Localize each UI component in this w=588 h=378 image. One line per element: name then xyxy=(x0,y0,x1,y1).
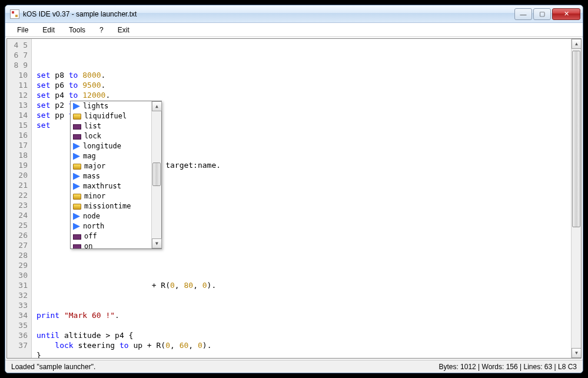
autocomplete-item[interactable]: missiontime xyxy=(71,201,151,211)
folder-icon xyxy=(73,204,81,210)
triangle-icon xyxy=(73,223,80,230)
scroll-down-icon[interactable]: ▼ xyxy=(152,238,162,248)
editor-scroll-thumb[interactable] xyxy=(572,51,580,227)
autocomplete-item[interactable]: off xyxy=(71,231,151,241)
menu-help[interactable]: ? xyxy=(92,24,111,37)
scroll-down-icon[interactable]: ▼ xyxy=(572,348,582,358)
folder-icon xyxy=(73,164,81,170)
block-icon xyxy=(73,124,81,130)
code-line[interactable]: set p6 to 9500. xyxy=(36,80,566,90)
autocomplete-item-label: mass xyxy=(83,171,100,181)
code-line[interactable]: print "Mark 60 !". xyxy=(36,310,566,320)
autocomplete-item[interactable]: node xyxy=(71,211,151,221)
autocomplete-item-label: mag xyxy=(83,151,96,161)
window-title: kOS IDE v0.37 - sample launcher.txt xyxy=(23,10,514,18)
menu-edit[interactable]: Edit xyxy=(35,24,62,37)
autocomplete-item-label: lock xyxy=(84,131,101,141)
block-icon xyxy=(73,134,81,140)
triangle-icon xyxy=(73,173,80,180)
autocomplete-popup: lightsliquidfuellistlocklongitudemagmajo… xyxy=(70,101,162,249)
code-line[interactable]: set p4 to 12000. xyxy=(36,90,566,100)
editor-scrollbar[interactable]: ▲ ▼ xyxy=(571,39,581,358)
autocomplete-scrollbar[interactable]: ▲ ▼ xyxy=(151,101,161,248)
autocomplete-item-label: north xyxy=(83,221,104,231)
autocomplete-item[interactable]: lights xyxy=(71,101,151,111)
scroll-up-icon[interactable]: ▲ xyxy=(152,101,162,111)
autocomplete-item[interactable]: mag xyxy=(71,151,151,161)
autocomplete-item[interactable]: liquidfuel xyxy=(71,111,151,121)
autocomplete-item-label: major xyxy=(84,161,105,171)
folder-icon xyxy=(73,194,81,200)
autocomplete-item[interactable]: north xyxy=(71,221,151,231)
autocomplete-item-label: on xyxy=(84,241,92,248)
statusbar: Loaded "sample launcher". Bytes: 1012 | … xyxy=(5,360,583,373)
autocomplete-item-label: off xyxy=(84,231,97,241)
folder-icon xyxy=(73,114,81,120)
close-button[interactable]: ✕ xyxy=(552,8,580,20)
triangle-icon xyxy=(73,183,80,190)
code-line[interactable] xyxy=(36,260,566,270)
menu-file[interactable]: File xyxy=(10,24,35,37)
minimize-button[interactable]: — xyxy=(514,8,532,20)
block-icon xyxy=(73,244,81,248)
window-controls: — ▢ ✕ xyxy=(514,8,580,20)
menu-tools[interactable]: Tools xyxy=(62,24,92,37)
line-number-gutter: 4 5 6 7 8 9 10 11 12 13 14 15 16 17 18 1… xyxy=(7,39,32,358)
code-line[interactable]: } xyxy=(36,350,566,359)
autocomplete-item[interactable]: lock xyxy=(71,131,151,141)
code-line[interactable] xyxy=(36,250,566,260)
editor: 4 5 6 7 8 9 10 11 12 13 14 15 16 17 18 1… xyxy=(6,38,582,359)
code-line[interactable] xyxy=(36,300,566,310)
menubar: File Edit Tools ? Exit xyxy=(5,23,583,37)
code-line[interactable]: until altitude > p4 { xyxy=(36,330,566,340)
autocomplete-item[interactable]: maxthrust xyxy=(71,181,151,191)
autocomplete-item[interactable]: mass xyxy=(71,171,151,181)
autocomplete-item-label: maxthrust xyxy=(83,181,121,191)
triangle-icon xyxy=(73,213,80,220)
menu-exit[interactable]: Exit xyxy=(111,24,137,37)
autocomplete-item[interactable]: longitude xyxy=(71,141,151,151)
scroll-up-icon[interactable]: ▲ xyxy=(572,39,582,49)
code-line[interactable] xyxy=(36,320,566,330)
triangle-icon xyxy=(73,103,80,110)
autocomplete-scroll-thumb[interactable] xyxy=(152,163,161,186)
app-window: kOS IDE v0.37 - sample launcher.txt — ▢ … xyxy=(5,5,583,373)
autocomplete-item[interactable]: on xyxy=(71,241,151,248)
code-line[interactable]: + R(0, 80, 0). xyxy=(36,280,566,290)
autocomplete-item-label: minor xyxy=(84,191,105,201)
autocomplete-item[interactable]: list xyxy=(71,121,151,131)
code-area[interactable]: lightsliquidfuellistlocklongitudemagmajo… xyxy=(32,39,571,358)
code-line[interactable]: lock steering to up + R(0, 60, 0). xyxy=(36,340,566,350)
autocomplete-item-label: lights xyxy=(83,101,108,111)
status-right: Bytes: 1012 | Words: 156 | Lines: 63 | L… xyxy=(438,363,577,371)
autocomplete-item-label: list xyxy=(84,121,101,131)
autocomplete-item[interactable]: major xyxy=(71,161,151,171)
autocomplete-item-label: node xyxy=(83,211,100,221)
code-line[interactable] xyxy=(36,290,566,300)
triangle-icon xyxy=(73,153,80,160)
triangle-icon xyxy=(73,143,80,150)
app-icon xyxy=(10,9,19,19)
block-icon xyxy=(73,234,81,240)
status-left: Loaded "sample launcher". xyxy=(11,363,95,371)
autocomplete-item-label: missiontime xyxy=(84,201,131,211)
code-line[interactable] xyxy=(36,270,566,280)
code-line[interactable]: set p8 to 8000. xyxy=(36,70,566,80)
autocomplete-item-label: liquidfuel xyxy=(84,111,127,121)
autocomplete-item-label: longitude xyxy=(83,141,121,151)
titlebar[interactable]: kOS IDE v0.37 - sample launcher.txt — ▢ … xyxy=(5,5,583,23)
maximize-button[interactable]: ▢ xyxy=(533,8,551,20)
autocomplete-list[interactable]: lightsliquidfuellistlocklongitudemagmajo… xyxy=(71,101,151,248)
autocomplete-item[interactable]: minor xyxy=(71,191,151,201)
